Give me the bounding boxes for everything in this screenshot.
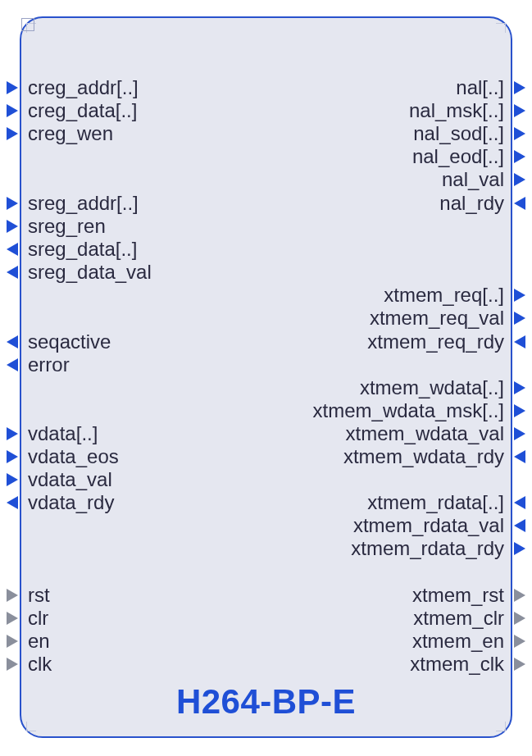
port-label: xtmem_en: [412, 630, 504, 653]
port-label: creg_data[..]: [28, 99, 137, 122]
corner-mark: [26, 23, 36, 33]
input-arrow-icon: [7, 635, 18, 648]
output-arrow-icon: [514, 542, 525, 555]
corner-mark: [496, 722, 506, 731]
output-arrow-icon: [514, 635, 525, 648]
output-arrow-icon: [514, 127, 525, 140]
input-arrow-icon: [7, 589, 18, 602]
port-label: nal_rdy: [439, 192, 504, 215]
block-title: H264-BP-E: [21, 682, 511, 722]
port-label: creg_addr[..]: [28, 76, 139, 99]
output-arrow-icon: [514, 104, 525, 117]
port-label: xtmem_rdata_rdy: [351, 537, 504, 560]
input-arrow-icon: [7, 197, 18, 210]
port-label: xtmem_clr: [413, 607, 504, 630]
port-label: clr: [28, 607, 48, 630]
output-arrow-icon: [514, 612, 525, 625]
port-label: xtmem_req_val: [370, 307, 504, 330]
input-arrow-icon: [7, 104, 18, 117]
port-label: xtmem_req[..]: [384, 284, 504, 307]
output-arrow-icon: [514, 404, 525, 417]
output-arrow-icon: [514, 81, 525, 94]
port-label: error: [28, 353, 70, 376]
output-arrow-icon: [7, 496, 18, 509]
output-arrow-icon: [514, 427, 525, 440]
port-label: nal_val: [442, 168, 504, 191]
port-label: xtmem_rst: [412, 584, 504, 607]
port-label: vdata_val: [28, 468, 112, 491]
port-label: creg_wen: [28, 122, 113, 145]
port-label: xtmem_wdata_msk[..]: [313, 399, 504, 422]
port-label: xtmem_rdata_val: [353, 514, 504, 537]
input-arrow-icon: [7, 658, 18, 671]
input-arrow-icon: [514, 519, 525, 532]
port-label: seqactive: [28, 330, 111, 353]
output-arrow-icon: [514, 381, 525, 394]
output-arrow-icon: [514, 289, 525, 302]
port-label: vdata_eos: [28, 445, 119, 468]
input-arrow-icon: [514, 197, 525, 210]
input-arrow-icon: [7, 473, 18, 486]
port-label: sreg_data[..]: [28, 238, 137, 261]
port-label: sreg_addr[..]: [28, 192, 139, 215]
input-arrow-icon: [514, 335, 525, 348]
port-label: xtmem_req_rdy: [367, 330, 504, 353]
corner-mark: [496, 23, 506, 33]
port-label: nal_sod[..]: [413, 122, 504, 145]
input-arrow-icon: [7, 220, 18, 233]
port-label: clk: [28, 653, 52, 676]
port-label: vdata[..]: [28, 422, 98, 445]
input-arrow-icon: [514, 450, 525, 463]
output-arrow-icon: [7, 335, 18, 348]
port-label: sreg_data_val: [28, 261, 152, 284]
input-arrow-icon: [7, 81, 18, 94]
input-arrow-icon: [7, 612, 18, 625]
output-arrow-icon: [514, 173, 525, 186]
output-arrow-icon: [7, 243, 18, 256]
input-arrow-icon: [7, 450, 18, 463]
port-label: rst: [28, 584, 50, 607]
output-arrow-icon: [514, 150, 525, 163]
port-label: en: [28, 630, 50, 653]
port-label: nal_eod[..]: [412, 145, 504, 168]
output-arrow-icon: [514, 589, 525, 602]
port-label: vdata_rdy: [28, 491, 114, 514]
output-arrow-icon: [514, 312, 525, 325]
input-arrow-icon: [7, 427, 18, 440]
port-label: xtmem_wdata_val: [346, 422, 504, 445]
corner-mark: [26, 722, 36, 731]
port-label: sreg_ren: [28, 215, 106, 238]
port-label: xtmem_wdata_rdy: [343, 445, 504, 468]
output-arrow-icon: [7, 266, 18, 279]
port-label: nal[..]: [456, 76, 504, 99]
input-arrow-icon: [514, 496, 525, 509]
output-arrow-icon: [7, 358, 18, 371]
port-label: xtmem_rdata[..]: [367, 491, 504, 514]
port-label: xtmem_wdata[..]: [360, 376, 504, 399]
port-label: nal_msk[..]: [409, 99, 504, 122]
input-arrow-icon: [7, 127, 18, 140]
port-label: xtmem_clk: [410, 653, 504, 676]
output-arrow-icon: [514, 658, 525, 671]
